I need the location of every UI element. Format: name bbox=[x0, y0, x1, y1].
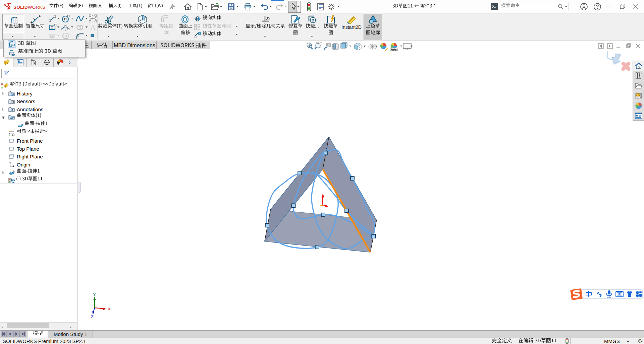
svg-text:3D: 3D bbox=[11, 179, 15, 182]
svg-text:Z: Z bbox=[91, 314, 94, 319]
svg-text:X: X bbox=[108, 306, 111, 312]
svg-text:Y: Y bbox=[93, 292, 96, 297]
svg-text:A: A bbox=[11, 108, 14, 112]
svg-text:3D: 3D bbox=[11, 43, 15, 47]
svg-text:3D: 3D bbox=[11, 53, 15, 56]
